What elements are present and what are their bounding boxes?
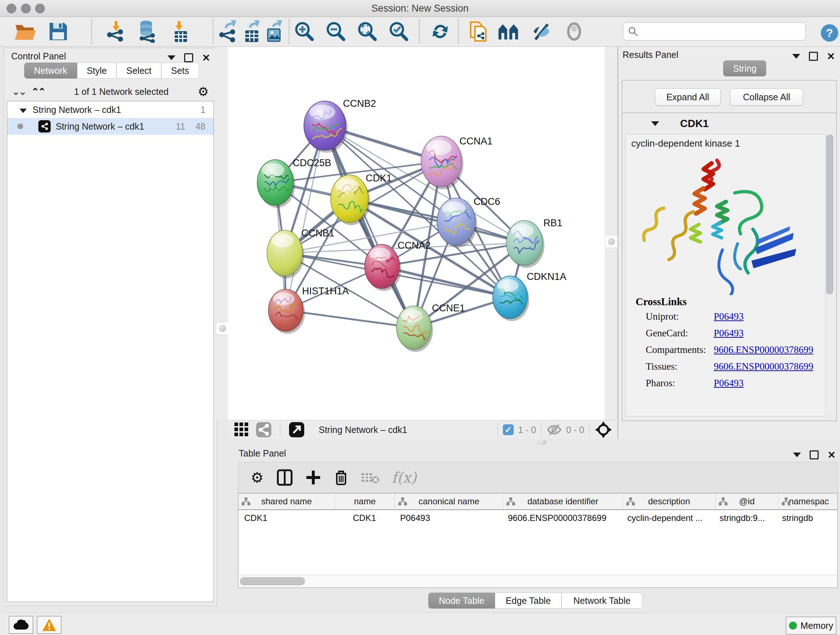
import-network-button[interactable] <box>103 20 129 43</box>
show-all-button[interactable] <box>561 20 587 43</box>
network-row[interactable]: String Network – cdk1 11 48 <box>7 118 213 135</box>
left-splitter-handle[interactable] <box>216 322 229 335</box>
table-cell[interactable]: stringdb:9... <box>714 510 776 526</box>
tab-network[interactable]: Network <box>24 63 77 79</box>
table-cell[interactable]: CDK1 <box>335 510 394 526</box>
tab-edge-table[interactable]: Edge Table <box>495 593 561 608</box>
column-header[interactable]: description <box>623 494 715 509</box>
results-scrollbar[interactable] <box>825 134 834 416</box>
import-database-button[interactable] <box>134 20 160 43</box>
crosslink-link[interactable]: 9606.ENSP00000378699 <box>714 361 813 372</box>
table-cell[interactable]: cyclin-dependent ... <box>622 510 714 526</box>
network-node-cdc6[interactable] <box>437 198 477 248</box>
tab-select[interactable]: Select <box>117 63 161 79</box>
tab-string[interactable]: String <box>723 60 766 76</box>
network-node-rb1[interactable] <box>507 220 545 268</box>
column-header[interactable]: canonical name <box>395 494 503 509</box>
left-splitter[interactable] <box>217 47 227 420</box>
add-column-icon[interactable] <box>306 470 321 485</box>
collapse-all-networks-icon[interactable]: ⌄⌄ <box>12 86 26 97</box>
crosslink-link[interactable]: P06493 <box>714 378 744 389</box>
import-table-button[interactable] <box>167 20 193 43</box>
network-edge[interactable] <box>286 310 414 328</box>
tab-node-table[interactable]: Node Table <box>428 593 495 608</box>
column-header[interactable]: namespac <box>778 494 838 509</box>
panel-float-icon[interactable] <box>792 54 800 59</box>
table-cell[interactable]: P06493 <box>394 510 502 526</box>
right-splitter[interactable] <box>605 47 617 420</box>
panel-close-icon[interactable]: ✕ <box>827 451 836 459</box>
network-node-cdkn1a[interactable] <box>493 276 529 321</box>
network-edge[interactable] <box>286 126 325 310</box>
network-canvas[interactable]: CCNB2CCNA1CDC25BCDK1CDC6RB1CCNB1CCNA2CDK… <box>228 47 605 420</box>
network-node-ccnb2[interactable] <box>304 101 347 153</box>
table-row[interactable]: CDK1CDK1P064939606.ENSP00000378699cyclin… <box>238 510 837 526</box>
detach-view-icon[interactable] <box>288 421 305 438</box>
show-columns-icon[interactable] <box>277 469 293 486</box>
zoom-selected-button[interactable] <box>386 20 411 43</box>
collapse-all-button[interactable]: Collapse All <box>730 88 803 106</box>
tab-sets[interactable]: Sets <box>161 63 199 79</box>
panel-close-icon[interactable]: ✕ <box>827 53 835 60</box>
table-hscrollbar-thumb[interactable] <box>240 577 305 585</box>
tab-style[interactable]: Style <box>77 63 117 79</box>
export-network-button[interactable] <box>216 20 240 43</box>
network-collection-row[interactable]: String Network – cdk1 1 <box>7 101 213 118</box>
export-image-button[interactable] <box>262 20 286 43</box>
gene-section-header[interactable]: CDK1 <box>622 113 836 134</box>
collection-expander-icon[interactable] <box>19 105 27 115</box>
table-settings-gear-icon[interactable]: ⚙ <box>251 469 264 486</box>
panel-close-icon[interactable]: ✕ <box>202 54 210 62</box>
hide-selected-button[interactable] <box>529 20 554 43</box>
delete-column-icon[interactable] <box>334 469 348 486</box>
panel-maximize-icon[interactable] <box>184 53 193 62</box>
network-node-ccnb1[interactable] <box>267 230 304 279</box>
toolbar-search-field[interactable] <box>623 22 806 41</box>
table-cell[interactable]: 9606.ENSP00000378699 <box>502 510 622 526</box>
apply-layout-button[interactable] <box>428 20 453 43</box>
save-session-button[interactable] <box>46 20 71 43</box>
birdseye-navigator-icon[interactable] <box>595 421 612 439</box>
panel-float-icon[interactable] <box>793 453 801 457</box>
zoom-fit-button[interactable] <box>355 20 380 43</box>
crosslink-link[interactable]: P06493 <box>714 311 744 322</box>
network-node-ccna2[interactable] <box>365 244 401 291</box>
open-session-button[interactable] <box>13 20 38 43</box>
export-table-button[interactable] <box>240 20 264 43</box>
clone-network-button[interactable] <box>466 20 491 43</box>
first-neighbors-button[interactable] <box>496 20 522 43</box>
cloud-button[interactable] <box>9 616 33 634</box>
warning-button[interactable] <box>37 616 62 634</box>
zoom-out-button[interactable] <box>323 20 348 43</box>
grid-view-icon[interactable] <box>234 422 249 438</box>
expand-all-button[interactable]: Expand All <box>655 88 721 106</box>
network-options-gear-icon[interactable]: ⚙ <box>198 84 209 99</box>
network-view-icon[interactable] <box>256 421 272 438</box>
results-scrollbar-thumb[interactable] <box>826 135 833 294</box>
network-node-hist1h1a[interactable] <box>268 289 305 334</box>
network-node-cdk1[interactable] <box>331 175 370 225</box>
zoom-in-button[interactable] <box>292 20 317 43</box>
table-cell[interactable]: stringdb <box>776 510 837 526</box>
memory-button[interactable]: Memory <box>786 616 836 635</box>
column-header[interactable]: @id <box>715 494 778 509</box>
table-cell[interactable]: CDK1 <box>238 510 335 526</box>
table-hscrollbar[interactable] <box>238 575 838 588</box>
panel-float-icon[interactable] <box>167 55 175 60</box>
network-edge[interactable] <box>325 126 414 328</box>
horizontal-splitter-handle[interactable] <box>537 440 546 445</box>
tab-network-table[interactable]: Network Table <box>561 593 643 608</box>
crosslink-link[interactable]: P06493 <box>714 328 744 339</box>
column-header[interactable]: shared name <box>238 494 335 509</box>
panel-maximize-icon[interactable] <box>810 450 819 459</box>
column-header[interactable]: database identifier <box>503 494 623 509</box>
selected-nodes-checkbox[interactable]: ✓ <box>503 424 514 435</box>
network-node-ccne1[interactable] <box>396 306 433 352</box>
crosslink-link[interactable]: 9606.ENSP00000378699 <box>714 344 813 356</box>
panel-maximize-icon[interactable] <box>809 52 818 61</box>
right-splitter-handle[interactable] <box>605 235 618 248</box>
expand-all-networks-icon[interactable]: ⌃⌃ <box>32 86 45 97</box>
horizontal-splitter[interactable] <box>228 439 840 446</box>
column-header[interactable]: name <box>335 494 395 509</box>
network-node-ccna1[interactable] <box>421 136 463 189</box>
